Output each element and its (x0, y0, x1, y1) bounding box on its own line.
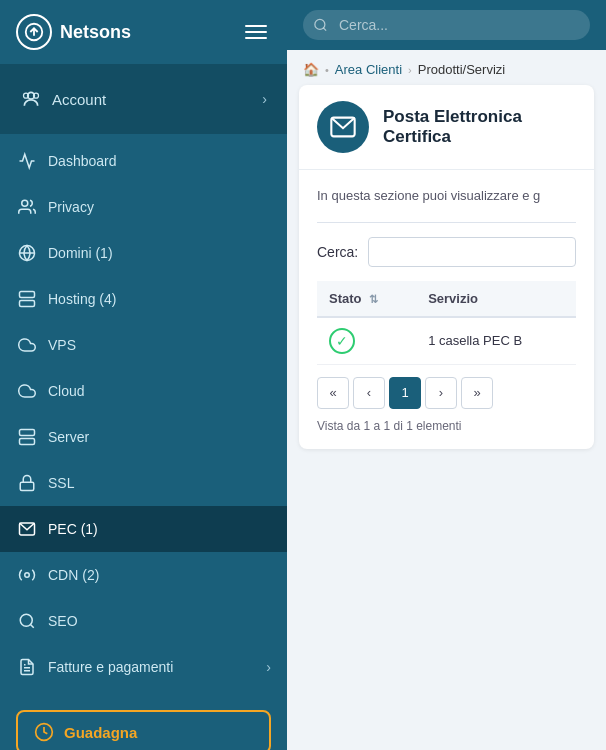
pagination-first-btn[interactable]: « (317, 377, 349, 409)
sidebar-item-label: Cloud (48, 383, 85, 399)
account-section: Account › (0, 64, 287, 134)
vps-left: VPS (16, 334, 76, 356)
svg-rect-7 (20, 292, 35, 298)
account-icon (20, 88, 42, 110)
guadagna-icon (34, 722, 54, 742)
sidebar-item-privacy[interactable]: Privacy (0, 184, 287, 230)
sidebar-item-label: SSL (48, 475, 74, 491)
sidebar-item-dashboard[interactable]: Dashboard (0, 138, 287, 184)
hamburger-line-1 (245, 25, 267, 27)
pagination-next-btn[interactable]: › (425, 377, 457, 409)
sidebar-item-ssl[interactable]: SSL (0, 460, 287, 506)
pagination-info: Vista da 1 a 1 di 1 elementi (317, 413, 576, 433)
search-label: Cerca: (317, 244, 358, 260)
product-icon-circle (317, 101, 369, 153)
top-search-input[interactable] (303, 10, 590, 40)
domini-left: Domini (1) (16, 242, 113, 264)
guadagna-label: Guadagna (64, 724, 137, 741)
dashboard-left: Dashboard (16, 150, 117, 172)
table-body: ✓ 1 casella PEC B (317, 317, 576, 365)
search-row: Cerca: (317, 237, 576, 267)
svg-rect-15 (20, 482, 34, 490)
col-stato-label: Stato (329, 291, 362, 306)
guadagna-button[interactable]: Guadagna (16, 710, 271, 750)
table-header-row: Stato ⇅ Servizio (317, 281, 576, 317)
account-left: Account (20, 88, 106, 110)
sidebar-item-fatture[interactable]: Fatture e pagamenti › (0, 644, 287, 690)
servizio-cell: 1 casella PEC B (416, 317, 576, 365)
sort-icon[interactable]: ⇅ (369, 293, 378, 306)
divider (317, 222, 576, 223)
sidebar-item-label: SEO (48, 613, 78, 629)
breadcrumb: 🏠 • Area Clienti › Prodotti/Servizi (287, 50, 606, 85)
product-card: Posta Elettronica Certifica In questa se… (299, 85, 594, 449)
col-stato: Stato ⇅ (317, 281, 416, 317)
sidebar-item-pec[interactable]: PEC (1) (0, 506, 287, 552)
hosting-icon (16, 288, 38, 310)
hamburger-button[interactable] (241, 21, 271, 43)
sidebar-item-domini[interactable]: Domini (1) (0, 230, 287, 276)
search-wrap (303, 10, 590, 40)
breadcrumb-area-clienti[interactable]: Area Clienti (335, 62, 402, 77)
dashboard-icon (16, 150, 38, 172)
privacy-left: Privacy (16, 196, 94, 218)
top-search-bar (287, 0, 606, 50)
servizio-value: 1 casella PEC B (428, 333, 522, 348)
svg-line-19 (30, 624, 33, 627)
svg-rect-12 (20, 439, 35, 445)
sidebar: Netsons Account › (0, 0, 287, 750)
account-nav-item[interactable]: Account › (16, 80, 271, 118)
fatture-icon (16, 656, 38, 678)
hosting-left: Hosting (4) (16, 288, 116, 310)
logo-text: Netsons (60, 22, 131, 43)
col-servizio: Servizio (416, 281, 576, 317)
sidebar-item-label: Privacy (48, 199, 94, 215)
sidebar-item-label: Hosting (4) (48, 291, 116, 307)
product-icon (329, 113, 357, 141)
sidebar-item-hosting[interactable]: Hosting (4) (0, 276, 287, 322)
sidebar-item-server[interactable]: Server (0, 414, 287, 460)
hamburger-line-2 (245, 31, 267, 33)
pec-icon (16, 518, 38, 540)
server-left: Server (16, 426, 89, 448)
sidebar-item-seo[interactable]: SEO (0, 598, 287, 644)
search-icon (313, 18, 328, 33)
ssl-icon (16, 472, 38, 494)
col-servizio-label: Servizio (428, 291, 478, 306)
cloud-left: Cloud (16, 380, 85, 402)
sidebar-item-label: Dashboard (48, 153, 117, 169)
sidebar-item-label: VPS (48, 337, 76, 353)
seo-icon (16, 610, 38, 632)
domini-icon (16, 242, 38, 264)
fatture-left: Fatture e pagamenti (16, 656, 173, 678)
sidebar-item-label: CDN (2) (48, 567, 99, 583)
product-title: Posta Elettronica Certifica (383, 107, 576, 147)
sidebar-item-label: Fatture e pagamenti (48, 659, 173, 675)
status-cell: ✓ (317, 317, 416, 365)
description-text: In questa sezione puoi visualizzare e g (317, 186, 576, 206)
svg-rect-8 (20, 301, 35, 307)
sidebar-item-cdn[interactable]: CDN (2) (0, 552, 287, 598)
logo-icon (16, 14, 52, 50)
cloud-icon (16, 380, 38, 402)
hamburger-line-3 (245, 37, 267, 39)
product-header: Posta Elettronica Certifica (299, 85, 594, 170)
pagination-prev-btn[interactable]: ‹ (353, 377, 385, 409)
sidebar-item-vps[interactable]: VPS (0, 322, 287, 368)
cdn-icon (16, 564, 38, 586)
pagination-last-btn[interactable]: » (461, 377, 493, 409)
sidebar-item-label: PEC (1) (48, 521, 98, 537)
sidebar-item-label: Server (48, 429, 89, 445)
cdn-left: CDN (2) (16, 564, 99, 586)
account-label: Account (52, 91, 106, 108)
vps-icon (16, 334, 38, 356)
sidebar-item-cloud[interactable]: Cloud (0, 368, 287, 414)
breadcrumb-sep-1: • (325, 64, 329, 76)
product-search-input[interactable] (368, 237, 576, 267)
account-chevron-icon: › (262, 91, 267, 107)
sidebar-item-label: Domini (1) (48, 245, 113, 261)
main-content: 🏠 • Area Clienti › Prodotti/Servizi Post… (287, 0, 606, 750)
pagination-page-1-btn[interactable]: 1 (389, 377, 421, 409)
svg-rect-11 (20, 430, 35, 436)
breadcrumb-sep-2: › (408, 64, 412, 76)
